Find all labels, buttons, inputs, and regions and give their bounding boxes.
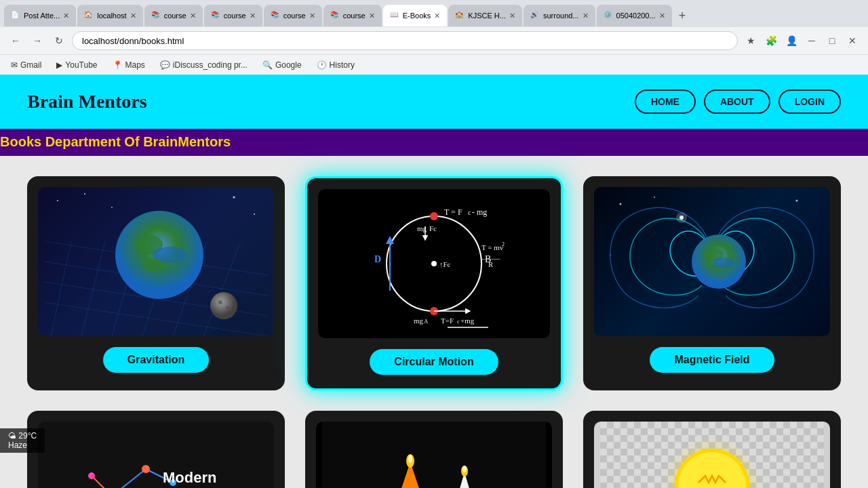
tab-2-favicon: 🏠 [84,11,94,20]
bookmark-youtube[interactable]: ▶ YouTube [52,59,101,71]
maps-label: Maps [125,60,145,70]
svg-point-85 [462,466,467,472]
extensions-icon[interactable]: 🧩 [762,32,780,49]
bookmark-maps[interactable]: 📍 Maps [108,59,149,71]
svg-text:c: c [457,318,460,325]
tab-3-title: course [164,12,186,20]
weather-condition: Haze [8,441,27,450]
login-button[interactable]: LOGIN [778,89,841,114]
tab-8-title: E-Books [403,12,431,20]
tab-9-title: KJSCE H... [468,12,506,20]
youtube-icon: ▶ [56,60,62,70]
svg-text:+mg: +mg [460,317,475,325]
svg-line-4 [51,241,71,336]
svg-point-21 [226,306,229,309]
tab-5[interactable]: 📚 course ✕ [264,5,322,26]
tab-8-close[interactable]: ✕ [434,12,440,20]
svg-text:R: R [488,260,494,268]
modern-physics-card[interactable]: Modern Physics Modern Physics [27,411,285,488]
tab-4-title: course [224,12,246,20]
tab-10[interactable]: 🔊 surround... ✕ [524,5,595,26]
gmail-label: Gmail [20,60,41,70]
modern-physics-image: Modern Physics [38,422,274,488]
weather-temp: 29°C [18,431,37,441]
tab-1[interactable]: 📄 Post Atte... ✕ [4,5,76,26]
tab-4[interactable]: 📚 course ✕ [204,5,262,26]
svg-rect-73 [322,422,546,488]
magnetic-field-button[interactable]: Magnetic Field [650,347,774,373]
svg-point-20 [218,300,222,304]
collision-image [316,422,552,488]
circular-motion-card[interactable]: T = F c - mg mg [305,176,563,390]
tab-3[interactable]: 📚 course ✕ [144,5,203,26]
address-bar[interactable] [72,31,738,50]
tab-2-close[interactable]: ✕ [130,12,136,20]
svg-rect-57 [44,422,268,488]
collision-card[interactable]: Collision [305,411,563,488]
tab-9-close[interactable]: ✕ [509,12,515,20]
close-button[interactable]: ✕ [844,32,861,49]
svg-point-56 [676,212,687,223]
google-label: Google [275,60,302,70]
forward-button[interactable]: → [28,32,46,49]
svg-line-5 [81,241,105,336]
idiscuss-icon: 💬 [160,60,170,70]
circular-motion-button[interactable]: Circular Motion [370,349,498,375]
google-icon: 🔍 [262,60,273,70]
tab-9[interactable]: 🏫 KJSCE H... ✕ [448,5,522,26]
tab-1-close[interactable]: ✕ [63,12,69,20]
gmail-icon: ✉ [11,60,18,70]
svg-point-25 [430,212,438,220]
tab-11-close[interactable]: ✕ [659,12,665,20]
browser-window: 📄 Post Atte... ✕ 🏠 localhost ✕ 📚 course … [0,0,868,488]
tab-10-title: surround... [543,12,579,20]
gravitation-image [38,187,274,336]
svg-point-10 [57,200,58,201]
profile-icon[interactable]: 👤 [783,32,800,49]
maximize-button[interactable]: □ [823,32,841,49]
gravitation-button[interactable]: Gravitation [103,347,209,373]
gravitation-card[interactable]: Gravitation [27,176,285,390]
bookmark-google[interactable]: 🔍 Google [258,59,306,71]
bookmark-gmail[interactable]: ✉ Gmail [7,59,45,71]
svg-line-9 [203,241,241,336]
home-button[interactable]: HOME [635,89,696,114]
tab-6[interactable]: 📚 course ✕ [323,5,382,26]
idiscuss-label: iDiscuss_coding pr... [173,60,248,70]
electricity-image [594,422,830,488]
svg-point-79 [408,455,412,463]
bookmarks-icon[interactable]: ★ [742,32,760,49]
tab-5-favicon: 📚 [271,11,280,20]
back-button[interactable]: ← [7,32,24,49]
svg-point-19 [210,292,237,319]
bookmark-history[interactable]: 🕐 History [313,59,359,71]
tab-5-close[interactable]: ✕ [309,12,315,20]
bookmark-idiscuss[interactable]: 💬 iDiscuss_coding pr... [156,59,252,71]
svg-point-12 [233,197,235,199]
reload-button[interactable]: ↻ [50,32,68,49]
tab-8[interactable]: 📖 E-Books ✕ [383,5,448,26]
svg-point-18 [142,258,163,272]
about-button[interactable]: ABOUT [704,89,770,114]
tab-6-close[interactable]: ✕ [369,12,375,20]
svg-point-48 [620,203,622,205]
marquee-text: Books Department Of BrainMentors [0,134,231,150]
tab-5-title: course [283,12,306,20]
minimize-button[interactable]: ─ [803,32,821,49]
svg-text:_____: _____ [481,251,500,260]
svg-point-54 [713,258,734,268]
svg-point-24 [431,261,437,266]
tab-4-close[interactable]: ✕ [250,12,256,20]
tab-10-close[interactable]: ✕ [583,12,589,20]
tab-11[interactable]: ⚙️ 05040200... ✕ [597,5,672,26]
tab-4-favicon: 📚 [211,11,220,20]
magnetic-field-card[interactable]: Magnetic Field [583,176,841,390]
svg-point-49 [654,197,655,198]
tab-3-close[interactable]: ✕ [190,12,196,20]
electricity-card[interactable]: Electricity [583,411,841,488]
tab-2[interactable]: 🏠 localhost ✕ [77,5,142,26]
weather-icon: 🌤 [8,431,16,441]
svg-text:c: c [468,209,471,216]
svg-text:↑Fc: ↑Fc [439,260,451,268]
new-tab-button[interactable]: + [673,6,692,26]
